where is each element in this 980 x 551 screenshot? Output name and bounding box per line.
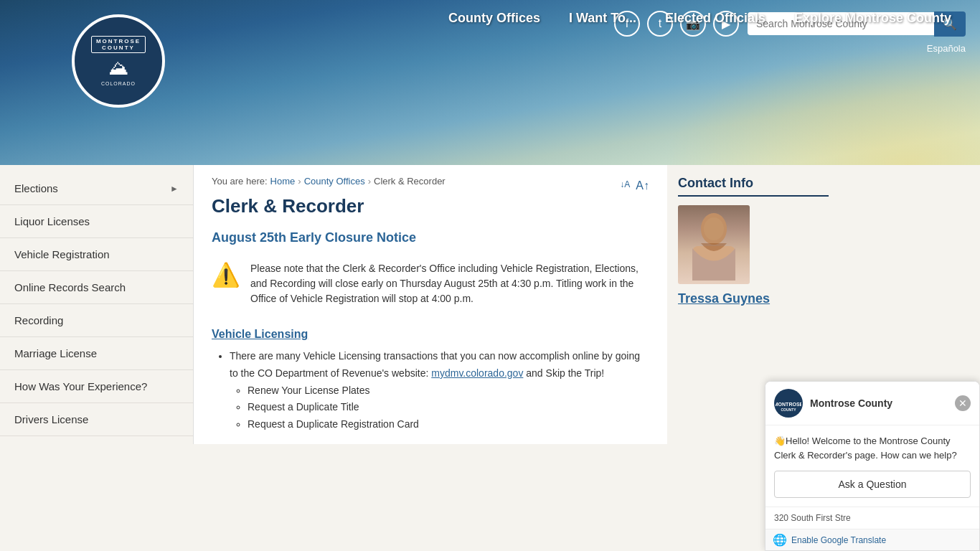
vehicle-intro-item: There are many Vehicle Licensing transac… [230,348,649,433]
svg-text:COUNTY: COUNTY [781,408,796,412]
contact-photo [678,205,750,284]
chat-greeting: 👋Hello! Welcome to the Montrose County C… [774,434,971,444]
notice-box: ⚠️ Please note that the Clerk & Recorder… [212,254,649,314]
sidebar-item-experience[interactable]: How Was Your Experience? [0,370,193,403]
vehicle-link-text2: and Skip the Trip! [526,367,604,379]
sidebar-item-marriage[interactable]: Marriage License [0,337,193,370]
mydmv-link[interactable]: mydmv.colorado.gov [431,367,523,379]
font-size-down-icon[interactable]: ↓A [620,179,630,192]
vehicle-bullets: There are many Vehicle Licensing transac… [212,348,649,433]
nav-elected-officials[interactable]: Elected Officials [665,11,765,26]
sidebar-label-elections: Elections [14,182,58,194]
logo-text-colorado: COLORADO [91,81,146,86]
chat-logo-svg: MONTROSE COUNTY [776,390,801,416]
nav-i-want-to[interactable]: I Want To... [569,11,636,26]
espanola-link[interactable]: Española [927,43,966,54]
chat-header: MONTROSE COUNTY Montrose County ✕ [765,382,979,425]
sidebar-label-recording: Recording [14,314,63,326]
notice-alert-icon: ⚠️ [212,261,240,288]
page-title: Clerk & Recorder [212,195,649,217]
chat-widget: MONTROSE COUNTY Montrose County ✕ 👋Hello… [765,381,980,444]
sidebar: Elections ► Liquor Licenses Vehicle Regi… [0,165,194,444]
font-size-up-icon[interactable]: A↑ [636,179,649,192]
main-content: You are here: Home › County Offices › Cl… [194,165,667,444]
breadcrumb-home[interactable]: Home [270,176,296,187]
chat-close-button[interactable]: ✕ [955,395,971,411]
sidebar-item-elections[interactable]: Elections ► [0,172,193,205]
main-nav: County Offices I Want To... Elected Offi… [0,11,980,26]
sidebar-item-vehicle-reg[interactable]: Vehicle Registration [0,238,193,271]
chat-org-name: Montrose County [810,397,892,409]
sidebar-label-liquor: Liquor Licenses [14,215,90,227]
logo-text-montrose: MONTROSECOUNTY [91,36,146,53]
breadcrumb-sep-2: › [368,176,371,187]
contact-person-image [678,205,750,284]
contact-person-name[interactable]: Tressa Guynes [678,291,770,306]
vehicle-section-title[interactable]: Vehicle Licensing [212,328,649,341]
sidebar-item-recording[interactable]: Recording [0,304,193,337]
svg-text:MONTROSE: MONTROSE [776,402,801,407]
chat-body: 👋Hello! Welcome to the Montrose County C… [765,425,979,444]
vehicle-sub-list: Renew Your License Plates Request a Dupl… [230,382,649,433]
vehicle-sub-item-3: Request a Duplicate Registration Card [248,416,649,433]
font-size-controls: ↓A A↑ [620,179,649,192]
sidebar-item-drivers[interactable]: Drivers License [0,403,193,436]
notice-text: Please note that the Clerk & Recorder's … [250,261,649,306]
breadcrumb-county-offices[interactable]: County Offices [304,176,365,187]
chat-logo: MONTROSE COUNTY [774,389,803,418]
contact-info-title: Contact Info [678,176,829,197]
sidebar-label-drivers: Drivers License [14,413,88,425]
sidebar-label-experience: How Was Your Experience? [14,380,147,392]
nav-explore[interactable]: Explore Montrose County [794,11,951,26]
logo-mountain-icon: ⛰ [91,56,146,80]
notice-title: August 25th Early Closure Notice [212,230,649,245]
sidebar-label-vehicle-reg: Vehicle Registration [14,248,110,260]
sidebar-label-online-records: Online Records Search [14,281,126,293]
sidebar-label-marriage: Marriage License [14,347,97,359]
sidebar-item-online-records[interactable]: Online Records Search [0,271,193,304]
svg-point-3 [704,217,724,240]
vehicle-sub-item-1: Renew Your License Plates [248,382,649,400]
nav-county-offices[interactable]: County Offices [448,11,540,26]
sidebar-item-liquor[interactable]: Liquor Licenses [0,205,193,238]
breadcrumb: You are here: Home › County Offices › Cl… [212,176,446,187]
breadcrumb-sep-1: › [298,176,301,187]
site-logo[interactable]: MONTROSECOUNTY ⛰ COLORADO [72,14,165,108]
person-silhouette [685,209,743,281]
breadcrumb-current: Clerk & Recorder [374,176,446,187]
vehicle-sub-item-2: Request a Duplicate Title [248,399,649,416]
breadcrumb-label: You are here: [212,176,268,187]
sidebar-arrow-elections: ► [170,184,179,194]
